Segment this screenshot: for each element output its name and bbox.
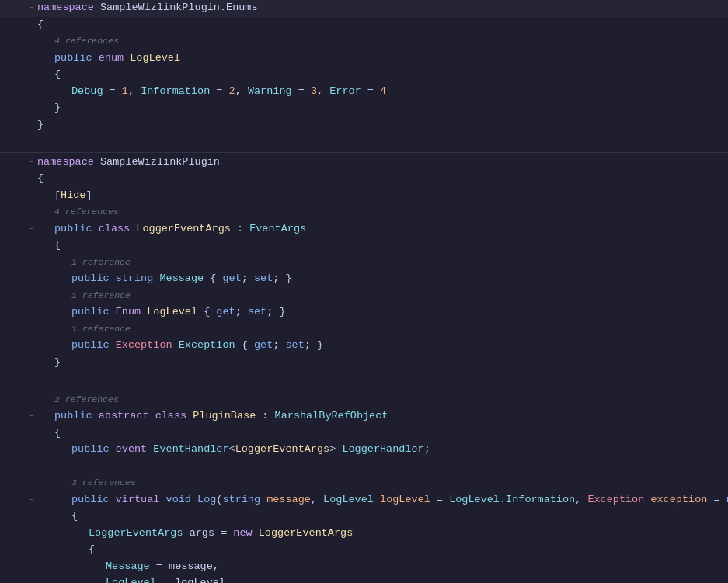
token: 4 references [54,206,119,217]
code-editor: −namespace SampleWizlinkPlugin.Enums{4 r… [0,0,728,583]
token: Warning [248,85,292,97]
code-content: Message = message, [106,559,219,575]
code-content: 1 reference [71,321,131,338]
token: 2 references [54,394,119,404]
code-line: 1 reference [0,288,728,305]
code-content: public abstract class PluginBase : Marsh… [54,408,388,425]
token: 1 reference [71,257,131,267]
code-line: { [0,17,728,34]
token: MarshalByRefObject [275,410,388,422]
code-line: LogLevel = logLevel, [0,575,728,583]
token: Enum [116,306,148,318]
token: } [37,119,44,130]
token: { [204,272,222,284]
code-content: public string Message { get; set; } [71,271,292,287]
token: class [155,410,193,422]
token: . [500,494,506,505]
token: = [214,527,233,539]
code-line: Debug = 1, Information = 2, Warning = 3,… [0,84,728,101]
token: { [89,543,95,555]
code-line: public Enum LogLevel { get; set; } [0,304,728,321]
code-content: { [54,67,61,83]
code-content: { [54,238,61,254]
code-line: { [0,171,728,188]
token: ; } [305,339,323,351]
token: SampleWizlinkPlugin [100,2,220,13]
token: LogLevel [147,306,197,318]
token: = [707,494,726,505]
token: : [231,223,249,234]
code-content: } [54,100,61,116]
token: Error [329,85,361,97]
token: { [54,427,61,439]
code-content: 2 references [54,392,119,408]
code-line: { [0,425,728,442]
collapse-button[interactable]: − [25,528,37,540]
code-line: 1 reference [0,255,728,272]
token: 1 reference [71,324,131,334]
token: set [285,339,304,351]
token: < [229,443,235,455]
token: { [54,239,61,251]
token: public [71,494,116,505]
code-line: Message = message, [0,559,728,576]
token: virtual [116,494,166,505]
code-line [0,375,728,392]
token: Exception [116,339,179,351]
code-line: −public virtual void Log(string message,… [0,492,728,509]
token: = [361,85,380,97]
token: , [235,85,248,97]
code-line: 3 references [0,475,728,492]
token: enum [99,52,131,64]
token: message [266,494,311,505]
token: = [292,85,311,97]
code-line: } [0,117,728,134]
collapse-button[interactable]: − [25,495,37,507]
token: : [256,410,274,422]
code-content: namespace SampleWizlinkPlugin.Enums [37,0,258,16]
token: abstract [99,410,155,422]
token: PluginBase [193,410,256,422]
token: logLevel [380,494,430,505]
token: public [54,52,99,64]
token: , [128,85,141,97]
collapse-button[interactable]: − [25,411,37,423]
code-line: −LoggerEventArgs args = new LoggerEventA… [0,526,728,543]
token: EventHandler [153,443,228,455]
token: = [430,494,449,505]
token: Message [159,272,204,284]
token: = [150,560,169,572]
token: { [54,68,61,80]
code-line: public enum LogLevel [0,50,728,68]
token: , [225,577,232,583]
token: get [216,306,235,318]
code-line: public event EventHandler<LoggerEventArg… [0,442,728,459]
token: Debug [71,85,103,97]
token: 3 references [71,477,136,488]
code-content: 1 reference [71,288,131,304]
code-line: −public abstract class PluginBase : Mars… [0,408,728,425]
code-line: { [0,542,728,559]
code-line: −namespace SampleWizlinkPlugin [0,154,728,172]
token: Log [197,494,216,505]
collapse-button[interactable]: − [25,157,37,169]
token: { [235,339,254,351]
token: { [197,306,216,318]
token: set [248,306,266,318]
token: ] [86,189,92,201]
collapse-button[interactable]: − [25,224,37,236]
collapse-button[interactable]: − [25,2,37,15]
code-content: 4 references [54,33,119,50]
token: Exception [587,494,650,505]
token: ; } [266,306,285,318]
code-line: 4 references [0,33,728,50]
token: get [254,339,273,351]
token: message [169,560,213,572]
token: string [222,494,266,505]
token: 3 [311,85,317,97]
code-line: 2 references [0,392,728,409]
code-content: LogLevel = logLevel, [106,575,232,583]
token: . [220,2,226,13]
token: > [329,443,342,455]
token: ; [242,272,254,284]
